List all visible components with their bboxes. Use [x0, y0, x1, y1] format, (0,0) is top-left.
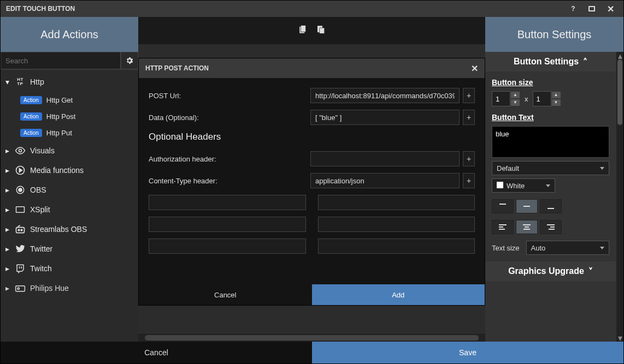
ctype-header-input[interactable] [310, 173, 460, 188]
height-up-button[interactable]: ▲ [551, 91, 561, 99]
add-actions-header: Add Actions [1, 17, 138, 52]
svg-rect-14 [499, 204, 506, 205]
ctype-header-label: Content-Type header: [149, 177, 307, 185]
maximize-icon [588, 6, 595, 11]
valign-middle-icon [522, 202, 532, 210]
actions-tree: ▾ HTTP Http Action Http Get Action Http … [1, 70, 138, 342]
play-icon [14, 164, 27, 177]
color-select[interactable]: White [492, 178, 555, 193]
header-val-input-2[interactable] [318, 217, 475, 232]
close-button[interactable]: ✕ [603, 3, 618, 14]
svg-rect-19 [499, 229, 505, 230]
font-select[interactable]: Default [492, 161, 609, 175]
chevron-right-icon: ▸ [4, 166, 10, 175]
valign-bottom-button[interactable] [540, 199, 562, 213]
help-icon: ? [571, 5, 575, 13]
svg-rect-11 [301, 26, 305, 32]
button-text-input[interactable]: blue [492, 126, 609, 158]
width-down-button[interactable]: ▼ [510, 99, 520, 106]
save-button[interactable]: Save [312, 342, 623, 363]
action-badge: Action [20, 112, 42, 121]
header-val-input-1[interactable] [318, 195, 475, 210]
scroll-down-icon[interactable]: ▾ [616, 334, 623, 342]
halign-group [485, 217, 616, 237]
twitter-icon [14, 242, 27, 255]
chevron-down-icon [546, 184, 550, 187]
halign-center-button[interactable] [516, 220, 538, 234]
button-size-title: Button size [492, 78, 616, 87]
tree-item-xsplit[interactable]: ▸ XSplit [1, 200, 138, 219]
modal-add-button[interactable]: Add [312, 284, 485, 305]
svg-rect-8 [16, 286, 25, 291]
modal-cancel-button[interactable]: Cancel [139, 284, 312, 305]
tree-item-media[interactable]: ▸ Media functions [1, 160, 138, 180]
action-badge: Action [20, 96, 42, 104]
center-toolbar [138, 17, 485, 44]
svg-point-9 [17, 288, 19, 289]
post-url-input[interactable] [310, 88, 460, 103]
tree-item-obs[interactable]: ▸ OBS [1, 180, 138, 200]
scroll-up-icon[interactable]: ▴ [616, 52, 623, 59]
svg-rect-25 [549, 229, 555, 230]
gear-icon [125, 56, 134, 65]
tree-item-slobs[interactable]: ▸ Streamlabs OBS [1, 219, 138, 239]
chevron-up-icon: ˄ [583, 57, 587, 67]
tree-child-http-post[interactable]: Action Http Post [1, 108, 138, 124]
svg-point-3 [19, 188, 22, 192]
post-url-plus-button[interactable]: + [463, 88, 475, 103]
size-separator: x [525, 95, 528, 103]
tree-child-http-get[interactable]: Action Http Get [1, 92, 138, 108]
accordion-button-settings[interactable]: Button Settings ˄ [485, 52, 616, 71]
height-input[interactable] [533, 91, 551, 106]
obs-icon [14, 183, 27, 196]
header-key-input-1[interactable] [149, 195, 306, 210]
right-panel: Button Settings Button Settings ˄ Button… [485, 17, 623, 342]
tree-item-twitter[interactable]: ▸ Twitter [1, 239, 138, 259]
maximize-button[interactable] [584, 3, 599, 14]
eye-icon [14, 144, 27, 157]
cancel-button[interactable]: Cancel [1, 342, 312, 363]
valign-top-icon [498, 202, 508, 210]
horizontal-scrollbar[interactable] [138, 333, 485, 342]
paste-icon[interactable] [316, 24, 326, 37]
valign-top-button[interactable] [492, 199, 514, 213]
width-input[interactable] [492, 91, 510, 106]
tree-item-twitch[interactable]: ▸ Twitch [1, 259, 138, 278]
header-val-input-3[interactable] [318, 238, 475, 254]
data-input[interactable] [310, 110, 460, 125]
width-up-button[interactable]: ▲ [510, 91, 520, 99]
search-input[interactable] [1, 52, 121, 69]
valign-middle-button[interactable] [516, 199, 538, 213]
http-icon: HTTP [14, 75, 27, 88]
svg-rect-15 [523, 206, 530, 207]
height-spinner[interactable]: ▲▼ [533, 91, 561, 106]
modal-close-button[interactable]: ✕ [471, 63, 478, 74]
help-button[interactable]: ? [566, 3, 581, 14]
svg-rect-24 [550, 226, 555, 228]
halign-left-button[interactable] [492, 220, 514, 234]
height-down-button[interactable]: ▼ [551, 99, 561, 106]
center-panel: HTTP POST ACTION ✕ POST Url: + Data (Opt… [138, 17, 485, 342]
auth-header-label: Authorization header: [149, 155, 307, 163]
auth-header-input[interactable] [310, 151, 460, 166]
tree-item-visuals[interactable]: ▸ Visuals [1, 141, 138, 160]
close-icon: ✕ [607, 4, 614, 14]
tree-item-http[interactable]: ▾ HTTP Http [1, 72, 138, 92]
svg-rect-5 [16, 228, 25, 233]
halign-right-button[interactable] [540, 220, 562, 234]
header-key-input-3[interactable] [149, 238, 306, 254]
tree-child-http-put[interactable]: Action Http Put [1, 124, 138, 141]
accordion-graphics-upgrade[interactable]: Graphics Upgrade ˅ [485, 261, 616, 281]
modal-title: HTTP POST ACTION [145, 64, 209, 72]
copy-icon[interactable] [298, 24, 308, 37]
header-key-input-2[interactable] [149, 217, 306, 232]
width-spinner[interactable]: ▲▼ [492, 91, 520, 106]
data-plus-button[interactable]: + [463, 110, 475, 125]
textsize-select[interactable]: Auto [526, 241, 609, 255]
ctype-plus-button[interactable]: + [463, 173, 475, 188]
vertical-scrollbar[interactable]: ▴ ▾ [616, 52, 623, 342]
settings-button[interactable] [121, 52, 138, 69]
auth-plus-button[interactable]: + [463, 151, 475, 166]
xsplit-icon [14, 203, 27, 216]
tree-item-hue[interactable]: ▸ Philips Hue [1, 278, 138, 298]
